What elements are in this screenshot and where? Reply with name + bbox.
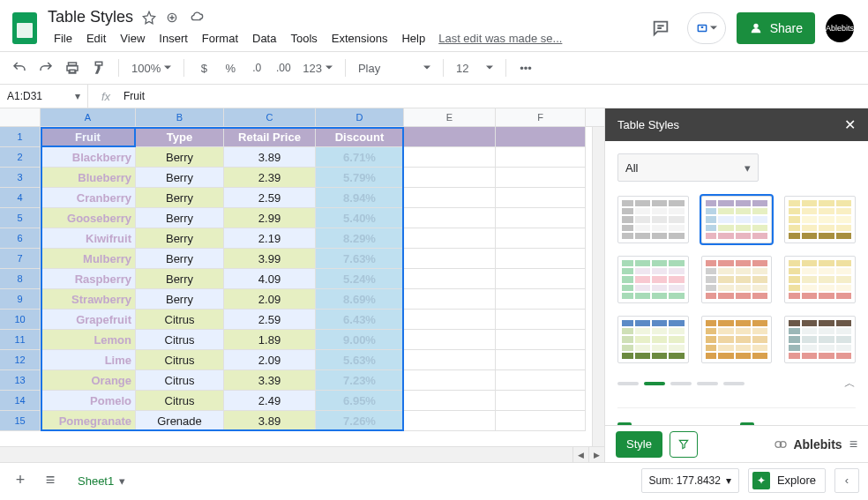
row-header[interactable]: 2 <box>0 147 41 168</box>
row-header[interactable]: 6 <box>0 228 41 249</box>
cell[interactable]: 7.63% <box>316 249 404 269</box>
cell[interactable]: Berry <box>136 208 224 228</box>
percent-icon[interactable]: % <box>220 57 241 78</box>
cell[interactable]: Mulberry <box>41 249 136 269</box>
increase-decimal-icon[interactable]: .00 <box>273 57 294 78</box>
style-thumbnail[interactable] <box>617 316 689 363</box>
cell[interactable] <box>404 370 496 391</box>
scroll-left-icon[interactable]: ◀ <box>572 447 588 463</box>
cell[interactable]: 7.26% <box>316 411 404 431</box>
cell[interactable] <box>496 269 586 289</box>
cell[interactable]: 6.71% <box>316 147 404 168</box>
present-button[interactable] <box>687 12 726 44</box>
redo-icon[interactable] <box>35 57 56 78</box>
cell[interactable]: 2.59 <box>224 188 316 208</box>
currency-icon[interactable]: $ <box>193 57 214 78</box>
cell[interactable]: Lime <box>41 350 136 370</box>
cell[interactable]: 6.95% <box>316 391 404 411</box>
cell[interactable]: 5.24% <box>316 269 404 289</box>
cell[interactable]: 3.89 <box>224 147 316 168</box>
close-icon[interactable]: ✕ <box>844 116 856 133</box>
menu-view[interactable]: View <box>114 28 151 49</box>
cell[interactable] <box>496 208 586 228</box>
add-sheet-icon[interactable]: + <box>7 467 34 494</box>
cell[interactable] <box>404 228 496 249</box>
cell[interactable]: Citrus <box>136 391 224 411</box>
row-header[interactable]: 13 <box>0 370 41 391</box>
row-header[interactable]: 11 <box>0 330 41 350</box>
cell[interactable]: 8.69% <box>316 289 404 310</box>
cell[interactable]: Citrus <box>136 350 224 370</box>
last-edit-link[interactable]: Last edit was made se... <box>438 28 562 49</box>
chevron-left-icon[interactable]: ‹ <box>834 468 859 493</box>
star-icon[interactable] <box>142 11 156 25</box>
row-header[interactable]: 15 <box>0 411 41 431</box>
cell[interactable]: Lemon <box>41 330 136 350</box>
cell[interactable]: 5.79% <box>316 168 404 188</box>
cell[interactable]: Gooseberry <box>41 208 136 228</box>
row-header[interactable]: 3 <box>0 168 41 188</box>
cell[interactable]: 8.94% <box>316 188 404 208</box>
cell[interactable]: Retail Price <box>224 127 316 147</box>
style-thumbnail[interactable] <box>617 196 689 243</box>
cell[interactable]: Berry <box>136 289 224 310</box>
cell[interactable] <box>404 188 496 208</box>
cell[interactable]: 3.39 <box>224 370 316 391</box>
print-icon[interactable] <box>62 57 83 78</box>
share-button[interactable]: Share <box>737 12 815 44</box>
cell[interactable]: Berry <box>136 228 224 249</box>
cell[interactable] <box>404 127 496 147</box>
filter-icon[interactable] <box>670 431 698 458</box>
cell[interactable]: Berry <box>136 168 224 188</box>
cell[interactable] <box>404 168 496 188</box>
cell[interactable]: Cranberry <box>41 188 136 208</box>
undo-icon[interactable] <box>9 57 30 78</box>
comments-icon[interactable] <box>645 12 677 44</box>
page-dot[interactable] <box>644 382 665 385</box>
row-header[interactable]: 5 <box>0 208 41 228</box>
page-dot[interactable] <box>697 382 718 385</box>
cell[interactable]: Citrus <box>136 310 224 330</box>
menu-icon[interactable]: ≡ <box>849 437 857 452</box>
cell[interactable]: 1.89 <box>224 330 316 350</box>
cell[interactable] <box>404 208 496 228</box>
cell[interactable]: 2.19 <box>224 228 316 249</box>
cell[interactable] <box>496 188 586 208</box>
cell[interactable]: 2.49 <box>224 391 316 411</box>
cell[interactable]: 2.09 <box>224 350 316 370</box>
cell[interactable]: Blackberry <box>41 147 136 168</box>
cell[interactable]: Raspberry <box>41 269 136 289</box>
cell[interactable]: 2.59 <box>224 310 316 330</box>
menu-help[interactable]: Help <box>395 28 431 49</box>
cell[interactable] <box>404 269 496 289</box>
row-header[interactable]: 14 <box>0 391 41 411</box>
name-box[interactable]: A1:D31▾ <box>0 85 88 108</box>
menu-format[interactable]: Format <box>196 28 244 49</box>
document-title[interactable]: Table Styles <box>48 8 133 26</box>
cell[interactable]: 4.09 <box>224 269 316 289</box>
row-header[interactable]: 10 <box>0 310 41 330</box>
cell[interactable]: Kiwifruit <box>41 228 136 249</box>
style-thumbnail[interactable] <box>701 316 773 363</box>
cell[interactable]: Citrus <box>136 370 224 391</box>
cell[interactable]: Berry <box>136 188 224 208</box>
row-header[interactable]: 8 <box>0 269 41 289</box>
row-header[interactable]: 12 <box>0 350 41 370</box>
cell[interactable]: Strawberry <box>41 289 136 310</box>
style-thumbnail[interactable] <box>701 196 773 243</box>
cell[interactable] <box>404 310 496 330</box>
select-all-corner[interactable] <box>0 108 41 126</box>
cell[interactable]: Blueberry <box>41 168 136 188</box>
apply-style-button[interactable]: Style <box>616 431 662 458</box>
menu-insert[interactable]: Insert <box>153 28 194 49</box>
cell[interactable]: 7.23% <box>316 370 404 391</box>
sheets-logo[interactable] <box>7 11 42 46</box>
move-icon[interactable] <box>165 11 179 25</box>
sheet-tab[interactable]: Sheet1▾ <box>67 467 136 494</box>
horizontal-scrollbar[interactable]: ◀ ▶ <box>0 446 604 462</box>
cell[interactable]: 3.99 <box>224 249 316 269</box>
cell[interactable]: 5.40% <box>316 208 404 228</box>
cell[interactable] <box>404 391 496 411</box>
explore-button[interactable]: ✦Explore <box>748 468 826 493</box>
menu-file[interactable]: File <box>48 28 79 49</box>
